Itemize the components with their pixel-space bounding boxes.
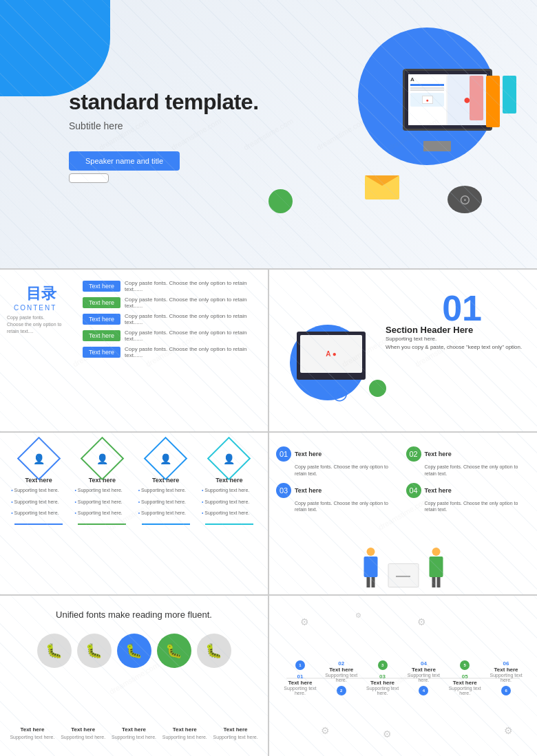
content-rows: Text here Copy paste fonts. Choose the o… — [83, 280, 261, 358]
content-cn: 目录 — [14, 283, 56, 304]
folder-teal — [503, 76, 516, 114]
process-title-3: Text here — [425, 487, 452, 494]
node-sub-0: Supporting text here. — [280, 686, 321, 695]
slide-process-steps: 01 Text here Copy paste fonts. Choose th… — [269, 433, 537, 594]
envelope-illustration — [365, 175, 399, 199]
speaker-name-button[interactable]: Speaker name and title — [69, 151, 180, 171]
typography-icon-label-4: Text here — [224, 726, 248, 733]
folders-illustration — [470, 76, 516, 127]
process-icon-1: 02 — [406, 446, 421, 462]
col-item-0-2: Supporting text here. — [11, 509, 66, 518]
process-item-header-2: 03 Text here — [276, 483, 401, 498]
node-num-2: 03 — [362, 673, 403, 680]
typography-icon-sub-0: Supporting text here. — [10, 735, 54, 739]
process-title-2: Text here — [295, 487, 322, 494]
row-tag-0: Text here — [83, 281, 120, 292]
presentation-grid: standard template. Subtitle here Speaker… — [0, 0, 537, 756]
col-item-2-0: Supporting text here. — [138, 486, 193, 495]
row-text-0: Copy paste fonts. Choose the only option… — [125, 280, 261, 292]
icon-col-2: 👤 Text here Supporting text here.Support… — [138, 443, 193, 525]
typography-icon-label-3: Text here — [173, 726, 197, 733]
process-body-0: Copy paste fonts. Choose the only option… — [276, 464, 401, 477]
typography-icon-1: Text here Supporting text here. — [61, 726, 105, 739]
col-bar-3 — [205, 523, 253, 525]
process-item-0: 01 Text here Copy paste fonts. Choose th… — [276, 446, 401, 477]
process-item-header-3: 04 Text here — [406, 483, 531, 498]
section-number: 01 — [442, 290, 482, 326]
col-item-3-1: Supporting text here. — [202, 498, 257, 507]
content-label: 目录 CONTENT — [14, 283, 56, 312]
icon-col-3: 👤 Text here Supporting text here.Support… — [202, 443, 257, 525]
content-row-1: Text here Copy paste fonts. Choose the o… — [83, 296, 261, 309]
slide-section-header: 01 Section Header Here Supporting text h… — [269, 270, 537, 431]
person-2 — [429, 548, 443, 587]
node-title-5: Text here — [485, 667, 527, 673]
camera-illustration: ⊙ — [448, 186, 482, 213]
person-illustration: ▬▬▬ — [364, 548, 443, 587]
node-label-4: 05 Text here Supporting text here. — [444, 673, 485, 695]
section-supporting: Supporting text here. — [386, 335, 523, 343]
node-label-1: 02 Text here Supporting text here. — [321, 660, 362, 682]
node-dot-3: 4 — [419, 686, 428, 695]
screen-left-panel: A ● — [408, 74, 446, 125]
node-num-1: 02 — [321, 660, 362, 667]
content-row-0: Text here Copy paste fonts. Choose the o… — [83, 280, 261, 292]
row-text-2: Copy paste fonts. Choose the only option… — [125, 313, 261, 325]
content-row-3: Text here Copy paste fonts. Choose the o… — [83, 330, 261, 342]
node-dot-0: 1 — [295, 660, 305, 670]
typography-icon-label-1: Text here — [71, 726, 95, 733]
node-num-0: 01 — [280, 673, 321, 680]
slide-title-text: standard template. — [69, 89, 259, 115]
content-row-4: Text here Copy paste fonts. Choose the o… — [83, 346, 261, 358]
icon-col-1: 👤 Text here Supporting text here.Support… — [74, 443, 129, 525]
row-tag-4: Text here — [83, 347, 120, 358]
timeline-node-3: 04 Text here Supporting text here. 4 — [403, 660, 444, 695]
typography-title: Unified fonts make reading more fluent. — [56, 609, 212, 620]
process-title-1: Text here — [425, 451, 452, 457]
node-sub-4: Supporting text here. — [444, 686, 485, 695]
process-item-3: 04 Text here Copy paste fonts. Choose th… — [406, 483, 531, 514]
col-item-1-1: Supporting text here. — [74, 498, 129, 507]
diamond-icon-0: 👤 — [17, 437, 61, 481]
col-item-2-1: Supporting text here. — [138, 498, 193, 507]
col-bar-1 — [78, 523, 126, 525]
typography-icon-sub-4: Supporting text here. — [213, 735, 258, 739]
diamond-icon-1: 👤 — [81, 437, 125, 481]
typography-icon-4: Text here Supporting text here. — [213, 726, 258, 739]
green-circle-decoration — [268, 189, 293, 213]
node-label-5: 06 Text here Supporting text here. — [485, 660, 527, 682]
typography-icon-3: Text here Supporting text here. — [162, 726, 207, 739]
circle-gray: 🐛 — [37, 634, 72, 668]
row-text-3: Copy paste fonts. Choose the only option… — [125, 330, 261, 342]
diamond-icon-3: 👤 — [207, 437, 251, 481]
process-item-header-1: 02 Text here — [406, 446, 531, 462]
slide-title: standard template. Subtitle here Speaker… — [0, 0, 537, 268]
node-sub-3: Supporting text here. — [403, 673, 444, 682]
circle-green: 🐛 — [157, 634, 191, 668]
col-item-0-1: Supporting text here. — [11, 498, 66, 507]
target-icon: ◎ — [331, 381, 348, 404]
timeline: ⚙ ⚙ ⚙ ⚙ ⚙ ⚙ 1 01 Text here Supporting te… — [280, 606, 527, 750]
typography-icons-row: Text here Supporting text here. Text her… — [7, 726, 261, 739]
node-num-5: 06 — [485, 660, 527, 667]
process-icon-3: 04 — [406, 483, 421, 498]
node-label-3: 04 Text here Supporting text here. — [403, 660, 444, 682]
typography-icon-label-2: Text here — [122, 726, 146, 733]
circles-row: 🐛 🐛 🐛 🐛 🐛 — [37, 634, 231, 668]
node-dot-1: 2 — [337, 686, 346, 695]
node-title-2: Text here — [362, 680, 403, 686]
process-icon-2: 03 — [276, 483, 291, 498]
node-title-0: Text here — [280, 680, 321, 686]
col-item-3-0: Supporting text here. — [202, 486, 257, 495]
node-num-3: 04 — [403, 660, 444, 667]
col-item-1-2: Supporting text here. — [74, 509, 129, 518]
typography-icon-sub-1: Supporting text here. — [61, 735, 105, 739]
content-en: CONTENT — [14, 304, 56, 312]
process-item-2: 03 Text here Copy paste fonts. Choose th… — [276, 483, 401, 514]
process-icon-0: 01 — [276, 446, 291, 462]
process-items: 01 Text here Copy paste fonts. Choose th… — [276, 446, 530, 513]
timeline-node-5: 06 Text here Supporting text here. 6 — [485, 660, 527, 695]
section-header-title: Section Header Here — [386, 325, 523, 335]
typography-icon-sub-3: Supporting text here. — [162, 735, 207, 739]
content-row-2: Text here Copy paste fonts. Choose the o… — [83, 313, 261, 325]
